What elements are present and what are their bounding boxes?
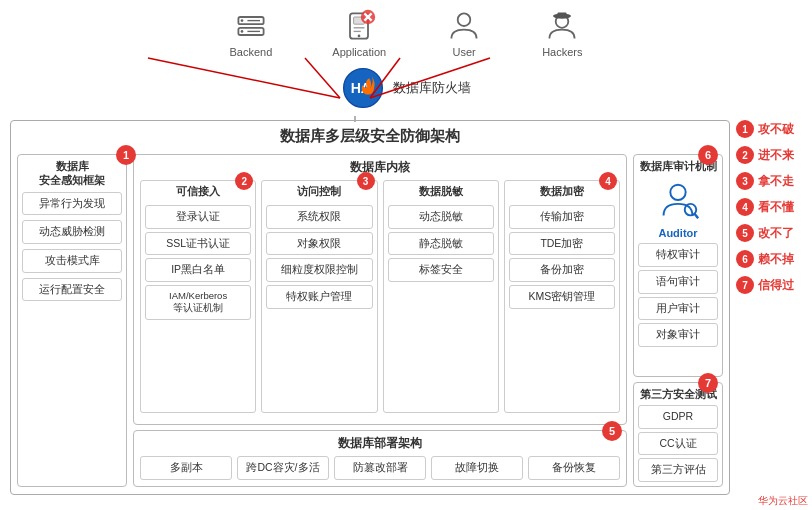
backend-icon-item: Backend bbox=[230, 8, 273, 58]
third-party-items: GDPR CC认证 第三方评估 bbox=[638, 405, 718, 482]
core-sub-2: 数据脱敏 动态脱敏 静态脱敏 标签安全 bbox=[383, 180, 499, 413]
firewall-row: HA 数据库防火墙 bbox=[0, 66, 812, 110]
main-container: Backend Application User bbox=[0, 0, 812, 510]
sub-title-2: 数据脱敏 bbox=[388, 185, 494, 199]
right-text-1: 进不来 bbox=[758, 147, 794, 164]
right-label-6: 7 信得过 bbox=[736, 276, 812, 294]
arch-outer-box: 数据库多层级安全防御架构 1 数据库安全感知框架 异常行为发现 动态威胁检测 攻… bbox=[10, 120, 730, 495]
sub-item-3-1: TDE加密 bbox=[509, 232, 615, 256]
sub-item-1-2: 细粒度权限控制 bbox=[266, 258, 372, 282]
core-sub-0: 2 可信接入 登录认证 SSL证书认证 IP黑白名单 IAM/Kerberos等… bbox=[140, 180, 256, 413]
top-icons-row: Backend Application User bbox=[0, 0, 812, 62]
audit-item-2: 用户审计 bbox=[638, 297, 718, 321]
hackers-icon bbox=[544, 8, 580, 44]
right-label-1: 2 进不来 bbox=[736, 146, 812, 164]
core-title: 数据库内核 bbox=[134, 155, 626, 178]
sub-item-2-0: 动态脱敏 bbox=[388, 205, 494, 229]
backend-label: Backend bbox=[230, 46, 273, 58]
arch-inner-layout: 1 数据库安全感知框架 异常行为发现 动态威胁检测 攻击模式库 运行配置安全 数… bbox=[11, 150, 729, 491]
right-section: 6 数据库审计机制 Auditor 特权审 bbox=[633, 154, 723, 487]
deploy-item-3: 故障切换 bbox=[431, 456, 523, 480]
backend-icon bbox=[233, 8, 269, 44]
auditor-text: Auditor bbox=[658, 227, 697, 239]
right-badge-3: 4 bbox=[736, 198, 754, 216]
audit-items: 特权审计 语句审计 用户审计 对象审计 bbox=[638, 243, 718, 347]
audit-item-3: 对象审计 bbox=[638, 323, 718, 347]
sub-badge-3: 4 bbox=[599, 172, 617, 190]
sub-title-3: 数据加密 bbox=[509, 185, 615, 199]
hackers-label: Hackers bbox=[542, 46, 582, 58]
auditor-area: Auditor bbox=[638, 177, 718, 239]
audit-item-0: 特权审计 bbox=[638, 243, 718, 267]
right-badge-2: 3 bbox=[736, 172, 754, 190]
audit-badge: 6 bbox=[698, 145, 718, 165]
third-item-2: 第三方评估 bbox=[638, 458, 718, 482]
application-icon-item: Application bbox=[332, 8, 386, 58]
left-item-1: 动态威胁检测 bbox=[22, 220, 122, 244]
core-section: 数据库内核 2 可信接入 登录认证 SSL证书认证 IP黑白名单 IAM/Ker… bbox=[133, 154, 627, 425]
svg-point-15 bbox=[358, 35, 361, 38]
application-icon bbox=[341, 8, 377, 44]
right-text-0: 攻不破 bbox=[758, 121, 794, 138]
firewall-logo-icon: HA bbox=[341, 66, 385, 110]
svg-point-19 bbox=[458, 13, 471, 26]
right-badge-5: 6 bbox=[736, 250, 754, 268]
core-sub-1: 3 访问控制 系统权限 对象权限 细粒度权限控制 特权账户管理 bbox=[261, 180, 377, 413]
right-badge-6: 7 bbox=[736, 276, 754, 294]
right-label-3: 4 看不懂 bbox=[736, 198, 812, 216]
deploy-item-1: 跨DC容灾/多活 bbox=[237, 456, 329, 480]
deploy-title: 数据库部署架构 bbox=[134, 431, 626, 454]
left-item-2: 攻击模式库 bbox=[22, 249, 122, 273]
right-badge-4: 5 bbox=[736, 224, 754, 242]
deploy-item-0: 多副本 bbox=[140, 456, 232, 480]
deploy-item-2: 防篡改部署 bbox=[334, 456, 426, 480]
svg-rect-22 bbox=[558, 13, 567, 18]
deploy-section: 5 数据库部署架构 多副本 跨DC容灾/多活 防篡改部署 故障切换 备份恢复 bbox=[133, 430, 627, 487]
auditor-icon bbox=[654, 177, 702, 225]
core-inner: 2 可信接入 登录认证 SSL证书认证 IP黑白名单 IAM/Kerberos等… bbox=[134, 178, 626, 419]
left-col-title: 数据库安全感知框架 bbox=[22, 159, 122, 188]
application-label: Application bbox=[332, 46, 386, 58]
right-badge-1: 2 bbox=[736, 146, 754, 164]
sub-title-1: 访问控制 bbox=[266, 185, 372, 199]
user-icon-item: User bbox=[446, 8, 482, 58]
right-label-5: 6 赖不掉 bbox=[736, 250, 812, 268]
sub-item-1-1: 对象权限 bbox=[266, 232, 372, 256]
user-icon bbox=[446, 8, 482, 44]
sub-item-0-2: IP黑白名单 bbox=[145, 258, 251, 282]
right-text-5: 赖不掉 bbox=[758, 251, 794, 268]
user-label: User bbox=[453, 46, 476, 58]
left-item-0: 异常行为发现 bbox=[22, 192, 122, 216]
sub-badge-1: 3 bbox=[357, 172, 375, 190]
sub-item-2-1: 静态脱敏 bbox=[388, 232, 494, 256]
left-security-col: 1 数据库安全感知框架 异常行为发现 动态威胁检测 攻击模式库 运行配置安全 bbox=[17, 154, 127, 487]
sub-item-0-1: SSL证书认证 bbox=[145, 232, 251, 256]
right-text-2: 拿不走 bbox=[758, 173, 794, 190]
sub-item-0-0: 登录认证 bbox=[145, 205, 251, 229]
svg-line-27 bbox=[694, 214, 698, 219]
core-sub-3: 4 数据加密 传输加密 TDE加密 备份加密 KMS密钥管理 bbox=[504, 180, 620, 413]
right-text-3: 看不懂 bbox=[758, 199, 794, 216]
audit-item-1: 语句审计 bbox=[638, 270, 718, 294]
sub-title-0: 可信接入 bbox=[145, 185, 251, 199]
right-text-6: 信得过 bbox=[758, 277, 794, 294]
third-party-badge: 7 bbox=[698, 373, 718, 393]
sub-item-1-0: 系统权限 bbox=[266, 205, 372, 229]
third-item-1: CC认证 bbox=[638, 432, 718, 456]
sub-item-2-2: 标签安全 bbox=[388, 258, 494, 282]
sub-item-3-0: 传输加密 bbox=[509, 205, 615, 229]
right-label-2: 3 拿不走 bbox=[736, 172, 812, 190]
audit-col: 6 数据库审计机制 Auditor 特权审 bbox=[633, 154, 723, 377]
sub-item-3-3: KMS密钥管理 bbox=[509, 285, 615, 309]
deploy-inner: 多副本 跨DC容灾/多活 防篡改部署 故障切换 备份恢复 bbox=[134, 454, 626, 486]
firewall-label: 数据库防火墙 bbox=[393, 79, 471, 97]
sub-item-1-3: 特权账户管理 bbox=[266, 285, 372, 309]
middle-col: 数据库内核 2 可信接入 登录认证 SSL证书认证 IP黑白名单 IAM/Ker… bbox=[133, 154, 627, 487]
right-labels-col: 1 攻不破 2 进不来 3 拿不走 4 看不懂 5 改不了 6 赖不掉 7 信得… bbox=[732, 120, 812, 294]
svg-point-7 bbox=[241, 19, 244, 22]
left-col-badge: 1 bbox=[116, 145, 136, 165]
right-label-4: 5 改不了 bbox=[736, 224, 812, 242]
left-item-3: 运行配置安全 bbox=[22, 278, 122, 302]
hackers-icon-item: Hackers bbox=[542, 8, 582, 58]
right-badge-0: 1 bbox=[736, 120, 754, 138]
